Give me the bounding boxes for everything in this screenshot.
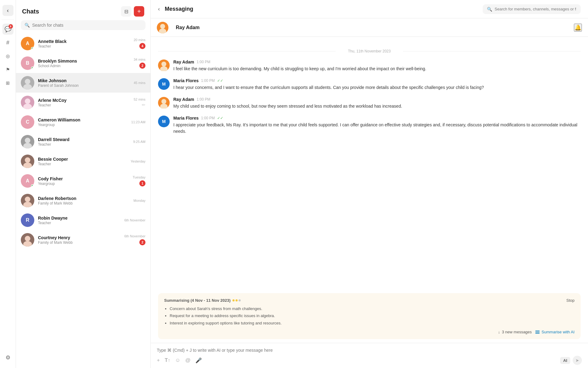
voice-button[interactable]: 🎤	[195, 357, 202, 364]
mention-button[interactable]: @	[185, 357, 190, 363]
message-time: 1:00 PM	[201, 116, 215, 120]
chat-area: Ray Adam 🔔 Thu, 11th November 2023 Ray A…	[151, 18, 588, 368]
eye-rail-icon[interactable]: ◎	[2, 51, 13, 62]
summary-item: Request for a meeting to address specifi…	[170, 313, 575, 319]
flag-rail-icon[interactable]: ⚑	[2, 64, 13, 75]
ai-button[interactable]: AI	[560, 357, 570, 364]
avatar	[21, 76, 34, 90]
message-header: Ray Adam 1:00 PM	[173, 97, 581, 102]
avatar	[21, 155, 34, 168]
svg-point-7	[23, 163, 32, 168]
sender-name: Ray Adam	[173, 97, 194, 102]
global-search-box[interactable]: 🔍	[483, 4, 581, 14]
read-check-icon: ✓✓	[217, 116, 223, 120]
chat-search-input[interactable]	[32, 23, 142, 28]
summary-title: Summarising (4 Nov - 11 Nov 2023)	[164, 298, 241, 303]
chat-item-cameron-williamson[interactable]: C Cameron Williamson Yeargroup 11:23 AM	[16, 112, 150, 132]
chats-header-actions: ⊟ +	[121, 6, 144, 17]
filter-button[interactable]: ⊟	[121, 6, 131, 17]
settings-rail-icon[interactable]: ⚙	[2, 352, 13, 363]
contact-name: Arlene McCoy	[38, 98, 134, 103]
plus-icon: +	[137, 8, 141, 15]
ai-lines-icon	[535, 331, 540, 334]
stop-button[interactable]: Stop	[566, 298, 575, 303]
chat-info: Arlene McCoy Teacher	[38, 98, 134, 107]
message-time: 1:00 PM	[197, 60, 210, 64]
hash-rail-icon[interactable]: #	[2, 37, 13, 48]
chat-info: Darrell Steward Teacher	[38, 137, 133, 147]
chat-item-robin-dwayne[interactable]: R Robin Dwayne Teacher 6th November	[16, 210, 150, 230]
avatar	[21, 233, 34, 247]
loading-dots	[232, 299, 241, 301]
chat-header: Ray Adam 🔔	[151, 18, 588, 37]
chat-time: 52 mins	[134, 98, 145, 101]
main-area: ‹ Messaging 🔍 Ray Adam 🔔 Thu, 11th Novem…	[151, 0, 588, 368]
grid-rail-icon[interactable]: ⊞	[2, 78, 13, 89]
chat-meta: 6th November	[124, 218, 145, 222]
chat-time: Yesterday	[130, 159, 145, 163]
contact-role: Family of Mark Webb	[38, 240, 124, 245]
new-messages-button[interactable]: ↓ 3 new messages	[498, 330, 532, 334]
text-format-button[interactable]: T↑	[165, 358, 170, 363]
chat-item-bessie-cooper[interactable]: Bessie Cooper Teacher Yesterday	[16, 151, 150, 171]
input-actions: AI ➤	[560, 356, 582, 365]
online-indicator	[31, 47, 34, 50]
chat-item-darlene-robertson[interactable]: Darlene Robertson Family of Mark Webb Mo…	[16, 191, 150, 210]
contact-role: Teacher	[38, 44, 134, 48]
message-input[interactable]	[157, 348, 582, 353]
message-content: Ray Adam 1:00 PM I feel like the new cur…	[173, 59, 581, 72]
chat-list: A Annette Black Teacher 20 mins 4 B Broo…	[16, 34, 150, 368]
back-button[interactable]: ‹	[2, 5, 13, 16]
nav-back-button[interactable]: ‹	[158, 6, 160, 12]
notification-bell-button[interactable]: 🔔	[574, 24, 582, 32]
attach-button[interactable]: +	[157, 357, 160, 363]
chat-rail-icon[interactable]: 💬 9	[2, 24, 13, 35]
chat-time: Tuesday	[133, 175, 145, 179]
contact-name: Mike Johnson	[38, 78, 134, 83]
chat-info: Annette Black Teacher	[38, 39, 134, 48]
global-search-input[interactable]	[495, 7, 576, 11]
svg-point-8	[25, 197, 30, 202]
contact-name: Brooklyn Simmons	[38, 59, 134, 63]
message-time: 1:00 PM	[201, 79, 215, 83]
svg-point-9	[23, 202, 32, 207]
contact-name: Bessie Cooper	[38, 157, 130, 162]
chat-item-mike-johnson[interactable]: Mike Johnson Parent of Sarah Johnson 45 …	[16, 73, 150, 93]
message-content: Maria Flores 1:00 PM ✓✓ I appreciate you…	[173, 116, 581, 135]
avatar: R	[21, 213, 34, 227]
contact-role: Yeargroup	[38, 182, 133, 186]
svg-point-17	[160, 104, 168, 109]
chat-search-box[interactable]: 🔍	[21, 20, 145, 30]
avatar: A	[21, 37, 34, 50]
contact-name: Robin Dwayne	[38, 216, 124, 220]
contact-role: School Admin	[38, 64, 134, 68]
svg-point-16	[161, 99, 166, 104]
hash-icon: #	[6, 40, 9, 46]
chat-item-arlene-mccoy[interactable]: Arlene McCoy Teacher 52 mins ✏	[16, 93, 150, 112]
summary-list: Concern about Sarah's stress from math c…	[164, 306, 575, 326]
summary-box: Summarising (4 Nov - 11 Nov 2023) Stop C…	[158, 293, 581, 339]
message-text: I appreciate your feedback, Ms Ray. It's…	[173, 122, 581, 135]
chat-info: Courtney Henry Family of Mark Webb	[38, 235, 124, 245]
online-indicator	[31, 184, 34, 187]
contact-role: Parent of Sarah Johnson	[38, 83, 134, 88]
chat-item-darrell-steward[interactable]: Darrell Steward Teacher 9:25 AM	[16, 132, 150, 151]
messages-area[interactable]: Thu, 11th November 2023 Ray Adam 1:00 PM…	[151, 37, 588, 293]
chat-item-annette-black[interactable]: A Annette Black Teacher 20 mins 4	[16, 34, 150, 53]
chat-meta: 34 mins 2	[134, 58, 145, 69]
chat-item-cody-fisher[interactable]: A Cody Fisher Yeargroup Tuesday 1	[16, 171, 150, 191]
chat-time: 34 mins	[134, 58, 145, 61]
chat-item-courtney-henry[interactable]: Courtney Henry Family of Mark Webb 6th N…	[16, 230, 150, 250]
summarise-with-ai-button[interactable]: Summarise with AI	[535, 330, 575, 334]
chat-item-brooklyn-simmons[interactable]: B Brooklyn Simmons School Admin 34 mins …	[16, 53, 150, 73]
message-header: Ray Adam 1:00 PM	[173, 59, 581, 64]
chat-time: 6th November	[124, 218, 145, 222]
emoji-button[interactable]: ☺	[175, 357, 180, 363]
svg-point-4	[25, 138, 30, 143]
flag-icon: ⚑	[6, 67, 10, 72]
send-button[interactable]: ➤	[573, 356, 582, 365]
input-toolbar: + T↑ ☺ @ 🎤 AI ➤	[157, 356, 582, 365]
chat-meta: 20 mins 4	[134, 38, 145, 49]
message-3: Ray Adam 1:00 PM My child used to enjoy …	[158, 97, 581, 109]
new-chat-button[interactable]: +	[134, 6, 144, 17]
